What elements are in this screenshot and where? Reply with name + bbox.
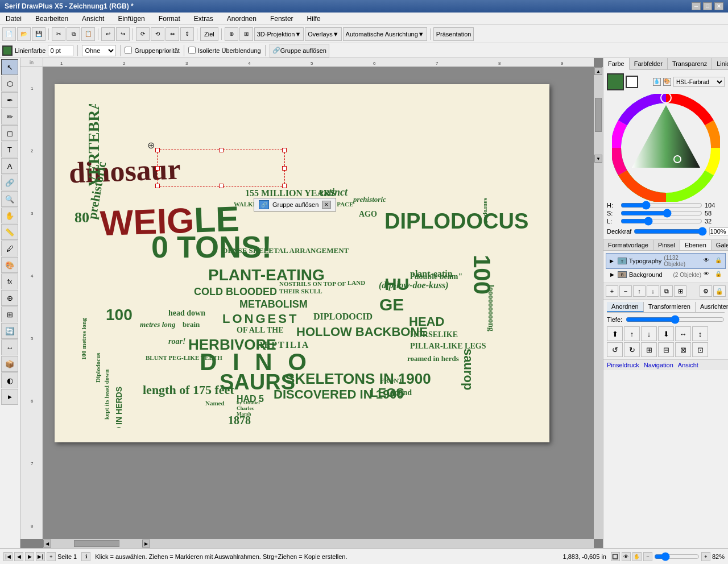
arrange-to-front[interactable]: ⬆ bbox=[607, 326, 623, 341]
handle-tr[interactable] bbox=[282, 148, 287, 152]
menu-einfuegen[interactable]: Einfügen bbox=[114, 14, 148, 24]
gruppenprioritat-checkbox[interactable] bbox=[125, 47, 132, 54]
tool-node[interactable]: ⬡ bbox=[1, 76, 18, 92]
tool-expand[interactable]: ▶ bbox=[1, 389, 18, 405]
ausrichtung-button[interactable]: Automatische Ausrichtung ▼ bbox=[343, 27, 427, 41]
pt-input[interactable] bbox=[48, 45, 73, 56]
color-picker[interactable]: 🎨 bbox=[663, 78, 671, 86]
l-slider[interactable] bbox=[621, 218, 702, 225]
tab-linie[interactable]: Linie bbox=[712, 58, 728, 69]
tool-shape[interactable]: ◻ bbox=[1, 125, 18, 141]
tool-crop[interactable]: ⊕ bbox=[1, 290, 18, 306]
overlays-button[interactable]: Overlays ▼ bbox=[305, 27, 341, 41]
tool-pan[interactable]: ✋ bbox=[1, 208, 18, 223]
tab-anordnen[interactable]: Anordnen bbox=[607, 302, 644, 312]
menu-anordnen[interactable]: Anordnen bbox=[224, 14, 260, 24]
scroll-thumb-h[interactable] bbox=[74, 540, 119, 547]
page-last-btn[interactable]: ▶| bbox=[36, 552, 45, 561]
view-toggle[interactable]: 👁 bbox=[622, 552, 631, 561]
handle-ml[interactable] bbox=[155, 166, 160, 171]
layer-expand-typography[interactable]: ▶ bbox=[609, 258, 615, 264]
navigation-link[interactable]: Navigation bbox=[644, 362, 673, 368]
minimize-button[interactable]: ─ bbox=[692, 2, 701, 10]
3d-proj-button[interactable]: 3D-Projektion ▼ bbox=[254, 27, 304, 41]
color-mode-select[interactable]: HSL-Farbrad RGB CMYK bbox=[673, 77, 725, 87]
arrange-to-back[interactable]: ⬇ bbox=[658, 326, 674, 341]
tool-rotate[interactable]: 🔄 bbox=[1, 323, 18, 339]
ziel-button[interactable]: Ziel bbox=[200, 27, 218, 41]
handle-tl[interactable] bbox=[155, 148, 160, 152]
handle-bm[interactable] bbox=[219, 184, 224, 188]
ohne-select[interactable]: Ohne bbox=[82, 45, 116, 56]
arrange-ungroup[interactable]: ⊟ bbox=[658, 342, 674, 357]
tool-pencil[interactable]: ✏ bbox=[1, 109, 18, 125]
tool-artistic-text[interactable]: A bbox=[1, 158, 18, 174]
paste-button[interactable]: 📋 bbox=[81, 27, 95, 41]
layer-lock-all-btn[interactable]: 🔒 bbox=[713, 285, 726, 297]
menu-hilfe[interactable]: Hilfe bbox=[304, 14, 324, 24]
layer-expand-background[interactable]: ▶ bbox=[609, 271, 615, 278]
layer-settings-btn[interactable]: ⚙ bbox=[700, 285, 712, 297]
handle-br[interactable] bbox=[282, 184, 287, 188]
tab-formatvorlage[interactable]: Formatvorlage bbox=[603, 240, 653, 250]
arrange-align[interactable]: ⊠ bbox=[675, 342, 691, 357]
foreground-color[interactable] bbox=[607, 73, 624, 90]
tool-zoom[interactable]: 🔍 bbox=[1, 191, 18, 207]
copy-button[interactable]: ⧉ bbox=[67, 27, 80, 41]
tab-farbe[interactable]: Farbe bbox=[603, 58, 630, 70]
rotate-button[interactable]: ⟳ bbox=[136, 27, 150, 41]
menu-ansicht[interactable]: Ansicht bbox=[78, 14, 107, 24]
tab-farbfelder[interactable]: Farbfelder bbox=[630, 58, 668, 69]
tool-fx[interactable]: fx bbox=[1, 273, 18, 289]
arrange-backward[interactable]: ↓ bbox=[641, 326, 657, 341]
tool-fill[interactable]: 🎨 bbox=[1, 257, 18, 273]
new-button[interactable]: 📄 bbox=[2, 27, 16, 41]
color-wheel[interactable] bbox=[612, 94, 720, 202]
arrange-flip-h[interactable]: ↔ bbox=[675, 326, 691, 341]
tab-pinsel[interactable]: Pinsel bbox=[653, 240, 680, 250]
tab-transparenz[interactable]: Transparenz bbox=[668, 58, 712, 69]
color-eyedrop[interactable]: 💧 bbox=[653, 78, 661, 86]
redo-button[interactable]: ↪ bbox=[116, 27, 130, 41]
snap-toggle[interactable]: 🔲 bbox=[611, 552, 620, 561]
background-color[interactable] bbox=[626, 76, 638, 88]
tool-package[interactable]: 📦 bbox=[1, 356, 18, 372]
zoom-in-btn[interactable]: + bbox=[701, 552, 710, 561]
color-swatch-tb[interactable] bbox=[2, 45, 13, 56]
page-next-btn[interactable]: ▶ bbox=[25, 552, 34, 561]
depth-slider[interactable] bbox=[626, 315, 725, 324]
ansicht-link[interactable]: Ansicht bbox=[678, 362, 698, 368]
layer-add-btn[interactable]: + bbox=[606, 285, 618, 297]
scroll-right-btn[interactable]: ▶ bbox=[142, 540, 150, 548]
layer-merge-btn[interactable]: ⊞ bbox=[674, 285, 686, 297]
pan-tool[interactable]: ✋ bbox=[632, 552, 642, 561]
pinseldruck-link[interactable]: Pinseldruck bbox=[607, 362, 639, 368]
tool-text[interactable]: T bbox=[1, 142, 18, 157]
mirror-h-button[interactable]: ⇔ bbox=[166, 27, 179, 41]
menu-format[interactable]: Format bbox=[155, 14, 184, 24]
layer-eye-typography[interactable]: 👁 bbox=[704, 257, 713, 265]
layer-duplicate-btn[interactable]: ⧉ bbox=[660, 285, 673, 297]
praesentation-button[interactable]: Präsentation bbox=[433, 27, 474, 41]
tool-connector[interactable]: 🔗 bbox=[1, 175, 18, 190]
undo-button[interactable]: ↩ bbox=[101, 27, 115, 41]
arrange-forward[interactable]: ↑ bbox=[624, 326, 640, 341]
tool-select[interactable]: ↖ bbox=[1, 59, 18, 75]
menu-bearbeiten[interactable]: Bearbeiten bbox=[32, 14, 72, 24]
tab-ebenen[interactable]: Ebenen bbox=[680, 240, 712, 250]
scroll-down-btn[interactable]: ▼ bbox=[594, 155, 602, 163]
layer-lock-typography[interactable]: 🔒 bbox=[715, 257, 723, 265]
opacity-value[interactable] bbox=[709, 227, 728, 235]
mirror-v-button[interactable]: ⇕ bbox=[180, 27, 194, 41]
layer-up-btn[interactable]: ↑ bbox=[633, 285, 646, 297]
save-button[interactable]: 💾 bbox=[32, 27, 46, 41]
open-button[interactable]: 📂 bbox=[17, 27, 31, 41]
menu-datei[interactable]: Datei bbox=[2, 14, 25, 24]
tooltip-close[interactable]: ✕ bbox=[322, 201, 331, 209]
snap-button[interactable]: ⊞ bbox=[239, 27, 253, 41]
status-icon[interactable]: ℹ bbox=[81, 552, 90, 561]
layer-delete-btn[interactable]: − bbox=[619, 285, 632, 297]
isolierte-checkbox[interactable] bbox=[188, 47, 196, 54]
tool-brush[interactable]: 🖊 bbox=[1, 240, 18, 256]
arrange-rotate-left[interactable]: ↺ bbox=[607, 342, 623, 357]
